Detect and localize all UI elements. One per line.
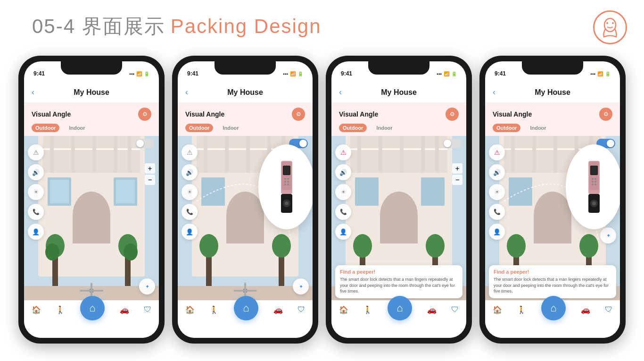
camera-title-2: Visual Angle: [185, 110, 224, 118]
tab-indoor-1[interactable]: Indoor: [65, 124, 89, 132]
nav-title-1: My House: [74, 88, 109, 97]
phone-1: 9:41 ▪▪▪ 📶 🔋 ‹ My House Visual Angle ⚙: [18, 56, 165, 344]
alert-card-text-3: The smart door lock detects that a man l…: [340, 277, 458, 294]
tab-walk-4[interactable]: 🚶: [517, 305, 526, 314]
gear-btn-3[interactable]: ⚙: [446, 108, 459, 121]
svg-rect-18: [116, 180, 135, 203]
phone-4: 9:41 ▪▪▪📶🔋 ‹ My House Visual Angle ⚙ Out…: [479, 56, 626, 344]
alert-btn-red-4[interactable]: ⚠: [489, 144, 505, 160]
toggle-1[interactable]: [135, 139, 154, 148]
svg-rect-45: [201, 177, 225, 206]
pattern-btn-4[interactable]: ✦: [600, 227, 616, 243]
tab-house-3[interactable]: 🏠: [339, 305, 348, 314]
side-buttons-3: ⚠ 🔊 ☀ 📞 👤: [335, 144, 351, 240]
phone-3: 9:41 ▪▪▪📶🔋 ‹ My House Visual Angle ⚙ Out…: [326, 56, 472, 344]
tab-center-4[interactable]: ⌂: [541, 296, 566, 320]
phone-2: 9:41 ▪▪▪📶🔋 ‹ My House Visual Angle ⚙ Out…: [172, 56, 318, 344]
svg-point-28: [124, 243, 138, 260]
gear-btn-2[interactable]: ⚙: [292, 108, 305, 121]
camera-view-4: ⚠ 🔊 ☀ 📞 👤 + −: [485, 135, 620, 300]
tab-shield-2[interactable]: 🛡: [297, 305, 305, 314]
volume-btn-3[interactable]: 🔊: [335, 164, 351, 180]
camera-view-1: ⚠ 🔊 ☀ 📞 👤: [24, 135, 159, 300]
call-btn-1[interactable]: 📞: [28, 204, 44, 220]
tab-bar-2: 🏠 🚶 ⌂ 🚗 🛡: [178, 300, 313, 338]
tab-car-2[interactable]: 🚗: [273, 305, 283, 314]
svg-rect-8: [50, 135, 54, 173]
volume-btn-1[interactable]: 🔊: [28, 164, 44, 180]
tab-indoor-4[interactable]: Indoor: [526, 124, 550, 132]
call-btn-2[interactable]: 📞: [182, 204, 198, 220]
svg-point-1: [606, 22, 608, 24]
svg-rect-76: [421, 135, 425, 173]
svg-rect-12: [128, 135, 132, 173]
svg-rect-79: [380, 215, 418, 243]
zoom-controls-1: + −: [145, 163, 155, 185]
tab-house-1[interactable]: 🏠: [32, 305, 41, 314]
brightness-btn-4[interactable]: ☀: [489, 184, 505, 200]
camera-title-4: Visual Angle: [493, 110, 532, 118]
zoom-plus-1[interactable]: +: [145, 163, 155, 174]
tab-car-3[interactable]: 🚗: [427, 305, 437, 314]
tab-center-3[interactable]: ⌂: [388, 296, 412, 320]
alert-card-3: Find a peeper! The smart door lock detec…: [335, 265, 462, 298]
brightness-btn-2[interactable]: ☀: [182, 184, 198, 200]
svg-point-117: [592, 178, 594, 180]
volume-btn-2[interactable]: 🔊: [182, 164, 198, 180]
svg-point-120: [594, 181, 596, 183]
tab-walk-1[interactable]: 🚶: [56, 305, 65, 314]
tab-car-1[interactable]: 🚗: [120, 305, 129, 314]
gear-btn-1[interactable]: ⚙: [138, 108, 151, 121]
tab-row-4: Outdoor Indoor: [493, 124, 612, 132]
tab-house-2[interactable]: 🏠: [185, 305, 195, 314]
toggle-3[interactable]: [443, 139, 462, 148]
svg-point-0: [604, 18, 616, 32]
tab-shield-3[interactable]: 🛡: [451, 305, 459, 314]
tab-outdoor-2[interactable]: Outdoor: [185, 124, 213, 132]
volume-btn-4[interactable]: 🔊: [489, 164, 505, 180]
alert-card-text-4: The smart door lock detects that a man l…: [494, 277, 611, 294]
back-btn-4[interactable]: ‹: [493, 87, 495, 97]
tab-outdoor-4[interactable]: Outdoor: [493, 124, 520, 132]
pattern-btn-1[interactable]: ✦: [139, 278, 155, 294]
tab-house-4[interactable]: 🏠: [493, 305, 502, 314]
tab-outdoor-1[interactable]: Outdoor: [32, 124, 59, 132]
person-btn-4[interactable]: 👤: [489, 224, 505, 240]
person-btn-2[interactable]: 👤: [182, 224, 198, 240]
camera-view-3: ⚠ 🔊 ☀ 📞 👤 + −: [331, 135, 466, 300]
status-icons-2: ▪▪▪📶🔋: [283, 71, 303, 76]
tab-indoor-3[interactable]: Indoor: [372, 124, 396, 132]
alert-btn-red-3[interactable]: ⚠: [335, 144, 351, 160]
tab-center-1[interactable]: ⌂: [80, 296, 105, 320]
back-btn-2[interactable]: ‹: [185, 87, 188, 97]
camera-section-4: Visual Angle ⚙ Outdoor Indoor: [485, 103, 620, 136]
tab-outdoor-3[interactable]: Outdoor: [339, 124, 367, 132]
tab-center-2[interactable]: ⌂: [234, 296, 258, 320]
zoom-plus-3[interactable]: +: [452, 163, 462, 174]
brightness-btn-1[interactable]: ☀: [28, 184, 44, 200]
tab-shield-1[interactable]: 🛡: [144, 305, 151, 314]
tab-row-3: Outdoor Indoor: [339, 124, 459, 132]
call-btn-4[interactable]: 📞: [489, 204, 505, 220]
tab-walk-2[interactable]: 🚶: [209, 305, 219, 314]
tab-car-4[interactable]: 🚗: [581, 305, 590, 314]
zoom-minus-3[interactable]: −: [452, 175, 462, 185]
tab-shield-4[interactable]: 🛡: [605, 305, 612, 314]
gear-btn-4[interactable]: ⚙: [599, 108, 612, 121]
alert-btn-1[interactable]: ⚠: [28, 144, 44, 160]
pattern-btn-2[interactable]: ✦: [293, 278, 309, 294]
svg-rect-39: [225, 135, 229, 173]
alert-btn-2[interactable]: ⚠: [182, 144, 198, 160]
person-btn-3[interactable]: 👤: [335, 224, 351, 240]
back-btn-1[interactable]: ‹: [32, 87, 34, 97]
brightness-btn-3[interactable]: ☀: [335, 184, 351, 200]
svg-rect-75: [400, 135, 404, 173]
zoom-minus-1[interactable]: −: [145, 175, 155, 185]
call-btn-3[interactable]: 📞: [335, 204, 351, 220]
phones-row: 9:41 ▪▪▪ 📶 🔋 ‹ My House Visual Angle ⚙: [14, 56, 630, 344]
back-btn-3[interactable]: ‹: [339, 87, 342, 97]
alert-card-title-3: Find a peeper!: [340, 269, 458, 275]
tab-walk-3[interactable]: 🚶: [363, 305, 372, 314]
person-btn-1[interactable]: 👤: [28, 224, 44, 240]
tab-indoor-2[interactable]: Indoor: [219, 124, 242, 132]
